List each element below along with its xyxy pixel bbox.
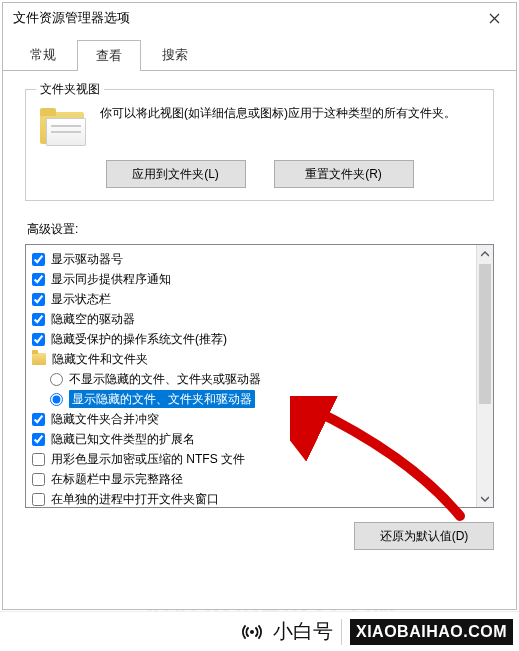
tree-item-label: 不显示隐藏的文件、文件夹或驱动器	[69, 370, 261, 388]
scroll-track[interactable]	[477, 262, 493, 490]
dialog-window: 文件资源管理器选项 常规 查看 搜索 文件夹视图 你可以将此视图(如详细信息或图…	[2, 2, 517, 610]
tree-item[interactable]: 隐藏文件和文件夹	[30, 349, 472, 369]
tree-item-label: 隐藏已知文件类型的扩展名	[51, 430, 195, 448]
checkbox-input[interactable]	[32, 493, 45, 506]
tree-item[interactable]: 显示隐藏的文件、文件夹和驱动器	[30, 389, 472, 409]
tree-item[interactable]: 隐藏空的驱动器	[30, 309, 472, 329]
folder-view-group: 文件夹视图 你可以将此视图(如详细信息或图标)应用于这种类型的所有文件夹。 应用…	[25, 89, 494, 201]
chevron-up-icon	[481, 251, 489, 257]
tree-item[interactable]: 显示同步提供程序通知	[30, 269, 472, 289]
radio-input[interactable]	[50, 393, 63, 406]
broadcast-icon	[239, 619, 265, 645]
chevron-down-icon	[481, 496, 489, 502]
brand-bar: 小白号 XIAOBAIHAO.COM	[0, 611, 519, 651]
folder-view-group-label: 文件夹视图	[36, 81, 104, 98]
tree-item-label: 显示隐藏的文件、文件夹和驱动器	[69, 390, 255, 408]
tab-general[interactable]: 常规	[11, 39, 75, 70]
tab-strip: 常规 查看 搜索	[3, 33, 516, 71]
tree-item-label: 显示驱动器号	[51, 250, 123, 268]
brand-name-cn: 小白号	[273, 618, 333, 645]
close-icon	[489, 13, 500, 24]
checkbox-input[interactable]	[32, 273, 45, 286]
reset-folders-button[interactable]: 重置文件夹(R)	[274, 160, 414, 188]
tree-item-label: 隐藏空的驱动器	[51, 310, 135, 328]
checkbox-input[interactable]	[32, 293, 45, 306]
scrollbar[interactable]	[476, 245, 493, 507]
folder-view-description: 你可以将此视图(如详细信息或图标)应用于这种类型的所有文件夹。	[100, 104, 481, 123]
advanced-settings-box: 显示驱动器号显示同步提供程序通知显示状态栏隐藏空的驱动器隐藏受保护的操作系统文件…	[25, 244, 494, 508]
scroll-thumb[interactable]	[479, 264, 491, 404]
tree-item[interactable]: 用彩色显示加密或压缩的 NTFS 文件	[30, 449, 472, 469]
tree-item[interactable]: 隐藏已知文件类型的扩展名	[30, 429, 472, 449]
divider	[341, 619, 342, 645]
tree-item[interactable]: 在单独的进程中打开文件夹窗口	[30, 489, 472, 507]
tree-item[interactable]: 不显示隐藏的文件、文件夹或驱动器	[30, 369, 472, 389]
checkbox-input[interactable]	[32, 433, 45, 446]
scroll-down-button[interactable]	[477, 490, 493, 507]
tree-item[interactable]: 隐藏文件夹合并冲突	[30, 409, 472, 429]
scroll-up-button[interactable]	[477, 245, 493, 262]
tree-item-label: 用彩色显示加密或压缩的 NTFS 文件	[51, 450, 245, 468]
folder-icon	[38, 108, 86, 148]
checkbox-input[interactable]	[32, 313, 45, 326]
tab-content: 文件夹视图 你可以将此视图(如详细信息或图标)应用于这种类型的所有文件夹。 应用…	[3, 71, 516, 562]
tree-item[interactable]: 显示驱动器号	[30, 249, 472, 269]
tree-item-label: 显示同步提供程序通知	[51, 270, 171, 288]
restore-defaults-button[interactable]: 还原为默认值(D)	[354, 522, 494, 550]
checkbox-input[interactable]	[32, 473, 45, 486]
close-button[interactable]	[472, 3, 516, 33]
tab-view[interactable]: 查看	[77, 40, 141, 71]
advanced-settings-label: 高级设置:	[27, 221, 494, 238]
window-title: 文件资源管理器选项	[13, 9, 130, 27]
tree-item[interactable]: 隐藏受保护的操作系统文件(推荐)	[30, 329, 472, 349]
tree-item-label: 隐藏受保护的操作系统文件(推荐)	[51, 330, 227, 348]
svg-point-0	[250, 630, 254, 634]
brand-name-en: XIAOBAIHAO.COM	[350, 619, 513, 645]
checkbox-input[interactable]	[32, 253, 45, 266]
tree-item[interactable]: 显示状态栏	[30, 289, 472, 309]
checkbox-input[interactable]	[32, 413, 45, 426]
radio-input[interactable]	[50, 373, 63, 386]
advanced-settings-tree[interactable]: 显示驱动器号显示同步提供程序通知显示状态栏隐藏空的驱动器隐藏受保护的操作系统文件…	[26, 245, 476, 507]
tab-search[interactable]: 搜索	[143, 39, 207, 70]
titlebar: 文件资源管理器选项	[3, 3, 516, 33]
checkbox-input[interactable]	[32, 453, 45, 466]
tree-item-label: 在单独的进程中打开文件夹窗口	[51, 490, 219, 507]
tree-item-label: 隐藏文件夹合并冲突	[51, 410, 159, 428]
tree-item-label: 在标题栏中显示完整路径	[51, 470, 183, 488]
tree-item-label: 隐藏文件和文件夹	[52, 350, 148, 368]
folder-icon	[32, 353, 46, 365]
apply-to-folders-button[interactable]: 应用到文件夹(L)	[106, 160, 246, 188]
tree-item-label: 显示状态栏	[51, 290, 111, 308]
checkbox-input[interactable]	[32, 333, 45, 346]
tree-item[interactable]: 在标题栏中显示完整路径	[30, 469, 472, 489]
